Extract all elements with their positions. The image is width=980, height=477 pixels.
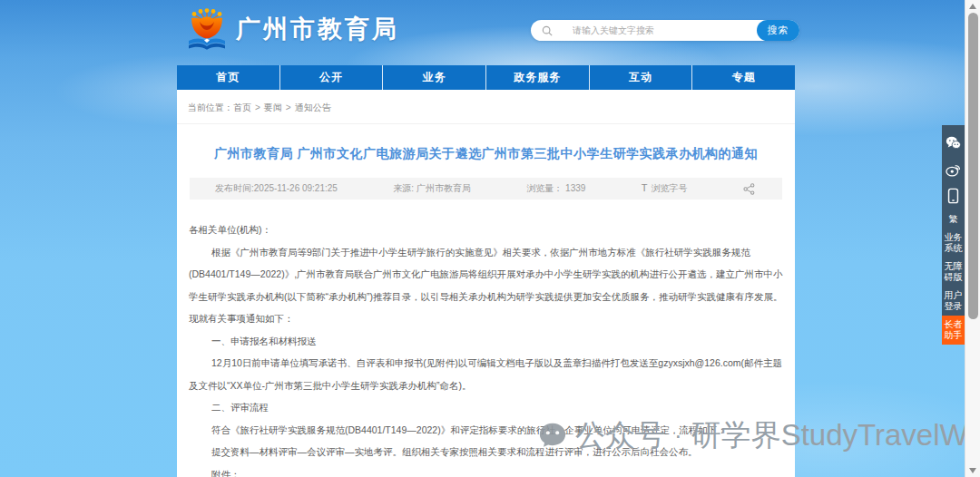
breadcrumb-link[interactable]: 首页 xyxy=(233,102,251,112)
wechat-icon[interactable] xyxy=(942,131,965,154)
breadcrumb-link[interactable]: 通知公告 xyxy=(295,102,331,112)
site-title: 广州市教育局 xyxy=(236,13,399,45)
nav-tab-4[interactable]: 政务服务 xyxy=(486,65,590,90)
breadcrumb-separator: > xyxy=(286,102,291,112)
toolbar-link[interactable]: 业务系统 xyxy=(942,229,965,258)
breadcrumb: 当前位置：首页>要闻>通知公告 xyxy=(177,90,795,124)
article-body: 各相关单位(机构)：根据《广州市教育局等9部门关于推进中小学生研学旅行的实施意见… xyxy=(177,200,795,477)
main-nav: 首页公开业务政务服务互动专题 xyxy=(177,65,795,90)
font-size-icon: T xyxy=(642,182,648,193)
article-paragraph: 根据《广州市教育局等9部门关于推进中小学生研学旅行的实施意见》相关要求，依据广州… xyxy=(189,241,783,330)
toolbar-link[interactable]: 无障碍版 xyxy=(942,258,965,287)
nav-tab-3[interactable]: 业务 xyxy=(383,65,486,90)
article-meta-bar: 发布时间:2025-11-26 09:21:25 来源: 广州市教育局 浏览量：… xyxy=(190,178,782,200)
article-paragraph: 一、申请报名和材料报送 xyxy=(189,330,783,353)
toolbar-link[interactable]: 长者助手 xyxy=(942,316,965,345)
scrollbar xyxy=(965,0,980,477)
nav-tab-1[interactable]: 首页 xyxy=(177,65,280,90)
search-icon xyxy=(542,25,553,36)
toolbar-link[interactable]: 繁 xyxy=(942,210,965,229)
article-paragraph: 二、评审流程 xyxy=(189,396,783,419)
article-title: 广州市教育局 广州市文化广电旅游局关于遴选广州市第三批中小学生研学实践承办机构的… xyxy=(177,146,795,162)
nav-tab-2[interactable]: 公开 xyxy=(280,65,384,90)
article-paragraph: 附件： xyxy=(189,463,783,477)
search-input[interactable] xyxy=(553,25,757,35)
article-paragraph: 各相关单位(机构)： xyxy=(189,219,783,241)
publish-time: 发布时间:2025-11-26 09:21:25 xyxy=(215,182,338,195)
article-source: 来源: 广州市教育局 xyxy=(393,182,471,195)
site-header: 广州市教育局 搜索 xyxy=(0,0,980,63)
article-paragraph: 12月10日前申请单位填写承诺书、自评表和申报书(见附件)以可编辑文档电子版以及… xyxy=(189,352,783,396)
search-box: 搜索 xyxy=(531,20,799,41)
nav-tab-6[interactable]: 专题 xyxy=(692,65,795,90)
breadcrumb-separator: > xyxy=(255,102,260,112)
floating-toolbar: 繁业务系统无障碍版用户登录长者助手 xyxy=(942,125,965,345)
mobile-icon[interactable] xyxy=(942,184,965,207)
view-count: 浏览量： 1339 xyxy=(526,182,585,195)
scroll-down-arrow[interactable] xyxy=(969,468,976,473)
content-panel: 当前位置：首页>要闻>通知公告 广州市教育局 广州市文化广电旅游局关于遴选广州市… xyxy=(177,90,795,477)
share-icon[interactable] xyxy=(743,183,755,195)
weibo-icon[interactable] xyxy=(942,158,965,180)
article-paragraph: 提交资料—材料评审—会议评审—实地考评。组织相关专家按照相关要求和流程进行评审，… xyxy=(189,441,783,463)
nav-tab-5[interactable]: 互动 xyxy=(590,65,693,90)
font-size-control[interactable]: T浏览字号 xyxy=(642,182,688,195)
article-paragraph: 符合《旅行社研学实践服务规范(DB4401/T149—2022)》和评定指标要求… xyxy=(189,419,783,442)
scroll-thumb[interactable] xyxy=(968,13,978,319)
breadcrumb-link[interactable]: 要闻 xyxy=(264,102,282,112)
scroll-up-arrow[interactable] xyxy=(969,4,976,9)
breadcrumb-label: 当前位置： xyxy=(188,102,233,112)
toolbar-link[interactable]: 用户登录 xyxy=(942,287,965,316)
bureau-logo-icon xyxy=(184,8,230,54)
search-button[interactable]: 搜索 xyxy=(757,20,799,41)
